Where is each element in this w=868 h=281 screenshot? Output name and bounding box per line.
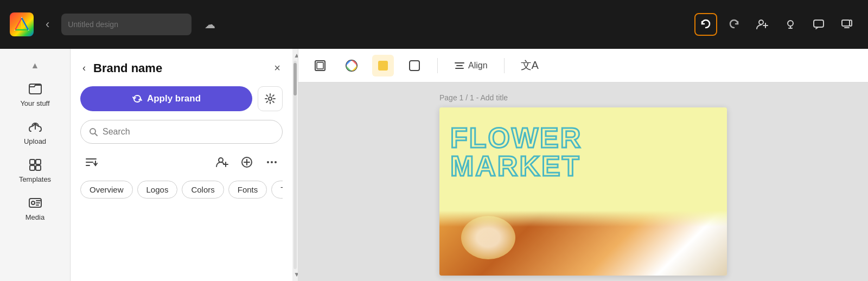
lightbulb-button[interactable] (779, 13, 802, 36)
apply-brand-label: Apply brand (147, 93, 201, 104)
svg-rect-42 (378, 61, 388, 71)
canvas-title-text: FLOWER MARKET (439, 107, 727, 186)
nav-right-actions (694, 13, 858, 36)
crop-icon-button[interactable] (309, 55, 331, 76)
brand-settings-button[interactable] (258, 86, 283, 111)
align-button[interactable]: Align (450, 58, 492, 73)
apply-brand-row: Apply brand (80, 86, 283, 111)
svg-point-22 (269, 97, 272, 100)
scrollbar-track[interactable] (293, 61, 297, 269)
sidebar-item-upload[interactable]: Upload (0, 114, 70, 150)
canvas-main[interactable]: Page 1 / 1 - Add title FLOWER MARKET (298, 82, 868, 281)
svg-rect-39 (317, 62, 323, 69)
canvas-area: Align 文A Page 1 / 1 - Add title FLOWER M… (298, 49, 868, 281)
document-title-bar[interactable]: Untitled design (61, 14, 192, 35)
svg-point-29 (219, 158, 223, 162)
cloud-sync-icon: ☁ (205, 18, 215, 31)
page-label: Page 1 / 1 - Add title (439, 93, 508, 102)
brand-search-input[interactable] (103, 127, 275, 137)
svg-point-21 (31, 201, 35, 205)
svg-point-8 (788, 21, 793, 26)
svg-rect-13 (850, 20, 852, 26)
sidebar-item-templates[interactable]: Templates (0, 152, 70, 188)
sidebar-label-your-stuff: Your stuff (20, 99, 49, 107)
upload-icon (28, 119, 43, 135)
main-area: ▲ Your stuff Upload (0, 49, 868, 281)
comment-button[interactable] (807, 13, 830, 36)
brand-panel: ‹ Brand name × Apply brand (71, 49, 298, 281)
canvas-page[interactable]: FLOWER MARKET (439, 107, 727, 276)
translate-label: 文A (521, 59, 539, 71)
toolbar-divider (437, 58, 438, 73)
sidebar-label-media: Media (25, 213, 44, 221)
media-icon (28, 195, 43, 210)
brand-tabs: Overview Logos Colors Fonts T (80, 181, 283, 199)
scrollbar-thumb[interactable] (293, 63, 297, 95)
svg-rect-12 (842, 20, 850, 26)
left-sidebar: ▲ Your stuff Upload (0, 49, 71, 281)
toolbar-divider-2 (504, 58, 505, 73)
page-container: Page 1 / 1 - Add title FLOWER MARKET (439, 93, 727, 276)
brand-panel-scrollbar[interactable]: ▲ ▼ (292, 49, 298, 281)
square-outline-button[interactable] (404, 55, 425, 76)
tab-colors[interactable]: Colors (182, 181, 224, 199)
tab-fonts[interactable]: Fonts (228, 181, 267, 199)
canvas-image-strip (439, 210, 727, 276)
add-user-button[interactable] (751, 13, 774, 36)
sort-button[interactable] (82, 154, 100, 171)
brand-panel-title: Brand name (93, 61, 266, 75)
more-options-button[interactable] (263, 154, 280, 171)
scrollbar-down[interactable]: ▼ (293, 270, 297, 279)
brand-panel-close-button[interactable]: × (272, 60, 283, 76)
svg-point-5 (759, 20, 763, 24)
brand-search-bar[interactable] (80, 120, 283, 144)
color-wheel-button[interactable] (341, 55, 362, 76)
square-fill-button[interactable] (372, 55, 394, 76)
svg-line-3 (15, 18, 22, 30)
sidebar-scroll-up[interactable]: ▲ (0, 58, 70, 74)
brand-actions-row (80, 154, 283, 171)
brand-panel-content: ‹ Brand name × Apply brand (71, 49, 292, 281)
tab-more[interactable]: T (271, 181, 283, 199)
search-icon (88, 127, 98, 137)
svg-rect-11 (814, 20, 824, 27)
top-nav: ‹ Untitled design ☁ (0, 0, 868, 49)
svg-line-24 (95, 133, 97, 136)
undo-button[interactable] (694, 13, 717, 36)
sidebar-label-upload: Upload (24, 137, 46, 145)
align-label: Align (468, 61, 488, 71)
add-profile-button[interactable] (213, 154, 231, 171)
nav-back-button[interactable]: ‹ (41, 15, 54, 34)
svg-point-37 (275, 161, 277, 163)
svg-rect-43 (410, 61, 419, 71)
translate-button[interactable]: 文A (516, 56, 543, 75)
svg-point-36 (271, 161, 273, 163)
svg-point-41 (349, 63, 354, 68)
present-button[interactable] (835, 13, 858, 36)
your-stuff-icon (28, 81, 43, 97)
app-logo[interactable] (10, 12, 34, 36)
redo-button[interactable] (723, 13, 745, 36)
templates-icon (28, 157, 43, 173)
brand-panel-header: ‹ Brand name × (80, 58, 283, 76)
tab-overview[interactable]: Overview (80, 181, 133, 199)
brand-back-button[interactable]: ‹ (80, 61, 88, 75)
svg-line-4 (22, 18, 28, 30)
add-title-link[interactable]: Add title (481, 93, 508, 102)
sidebar-item-your-stuff[interactable]: Your stuff (0, 76, 70, 112)
svg-rect-16 (30, 159, 35, 164)
svg-rect-19 (36, 165, 41, 170)
canvas-toolbar: Align 文A (298, 49, 868, 82)
scrollbar-up[interactable]: ▲ (293, 51, 297, 60)
svg-rect-18 (30, 165, 35, 170)
apply-brand-button[interactable]: Apply brand (80, 86, 252, 111)
svg-point-35 (267, 161, 269, 163)
svg-rect-17 (36, 159, 41, 164)
tab-logos[interactable]: Logos (137, 181, 178, 199)
sidebar-item-media[interactable]: Media (0, 190, 70, 226)
add-item-button[interactable] (238, 154, 256, 171)
sidebar-label-templates: Templates (19, 175, 51, 183)
